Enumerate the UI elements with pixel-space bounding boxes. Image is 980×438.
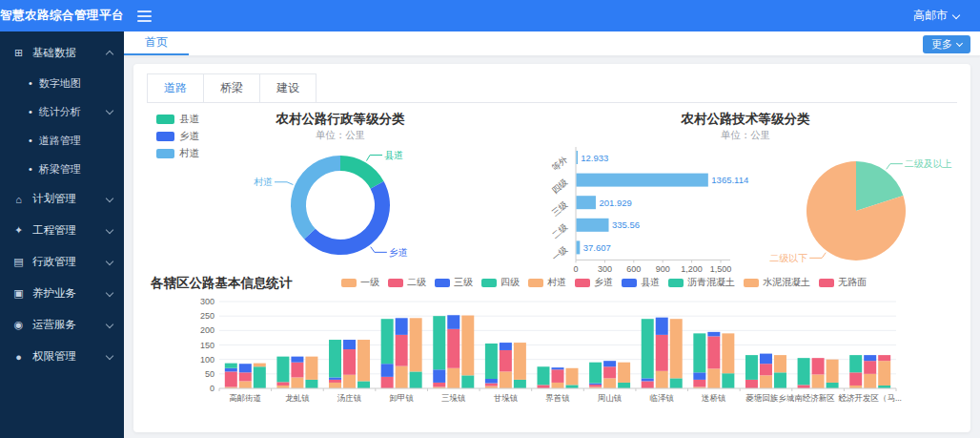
bar-segment-县道[interactable]	[760, 354, 772, 365]
bar-segment-乡道[interactable]	[760, 364, 772, 375]
bar-segment-沥青混凝土[interactable]	[670, 378, 683, 388]
bar-segment-村道[interactable]	[656, 371, 668, 388]
bar-segment-村道[interactable]	[500, 371, 512, 388]
bar-segment-四级[interactable]	[329, 340, 341, 377]
bar-segment-水泥混凝土[interactable]	[618, 363, 630, 383]
bar-segment-三级[interactable]	[589, 384, 602, 386]
bar-segment-二级[interactable]	[693, 380, 705, 387]
legend-item-县道[interactable]: 县道	[622, 276, 660, 289]
bar-segment-乡道[interactable]	[812, 358, 825, 374]
sidebar-subitem-桥梁管理[interactable]: •桥梁管理	[0, 155, 124, 183]
bar-segment-县道[interactable]	[500, 343, 512, 350]
bar-segment-三级[interactable]	[433, 369, 445, 383]
bar-segment-二级[interactable]	[485, 384, 498, 386]
bar-segment-村道[interactable]	[291, 377, 303, 388]
sidebar-item-权限管理[interactable]: ●权限管理	[0, 341, 124, 372]
bar-segment-乡道[interactable]	[864, 361, 876, 374]
legend-item-乡道[interactable]: 乡道	[575, 276, 613, 289]
bar-segment-水泥混凝土[interactable]	[514, 343, 526, 380]
tab-建设[interactable]: 建设	[259, 73, 316, 102]
legend-item-沥青混凝土[interactable]: 沥青混凝土	[668, 276, 735, 289]
legend-item-水泥混凝土[interactable]: 水泥混凝土	[744, 276, 810, 289]
legend-item-乡道[interactable]: 乡道	[156, 130, 199, 143]
bar-segment-县道[interactable]	[656, 318, 668, 335]
sidebar-subitem-统计分析[interactable]: •统计分析	[0, 97, 124, 126]
bar-segment-沥青混凝土[interactable]	[566, 385, 579, 388]
bar-segment-沥青混凝土[interactable]	[357, 381, 370, 388]
pie-slice-乡道[interactable]	[304, 181, 390, 255]
tab-桥梁[interactable]: 桥梁	[203, 73, 260, 102]
bar-segment-村道[interactable]	[603, 378, 616, 388]
bar-segment-县道[interactable]	[864, 355, 876, 361]
bar-segment-四级[interactable]	[381, 319, 394, 364]
sidebar-item-养护业务[interactable]: ▣养护业务	[0, 278, 124, 309]
bar-segment-水泥混凝土[interactable]	[461, 316, 474, 376]
bar-segment-三级[interactable]	[485, 379, 498, 384]
legend-item-四级[interactable]: 四级	[481, 276, 520, 289]
bar-segment-水泥混凝土[interactable]	[878, 361, 890, 386]
bar-segment-沥青混凝土[interactable]	[305, 380, 317, 388]
bar-segment-水泥混凝土[interactable]	[410, 318, 422, 371]
bar-segment-一级[interactable]	[329, 383, 341, 388]
bar-segment-二级[interactable]	[538, 385, 550, 388]
legend-item-三级[interactable]: 三级	[435, 276, 473, 289]
bar-segment-三级[interactable]	[225, 368, 237, 372]
bar-segment-三级[interactable]	[642, 378, 654, 381]
bar-segment-县道[interactable]	[343, 340, 356, 349]
legend-item-村道[interactable]: 村道	[156, 147, 199, 160]
bar-segment-沥青混凝土[interactable]	[827, 383, 839, 388]
bar-一级[interactable]	[577, 240, 581, 254]
menu-toggle-icon[interactable]	[137, 10, 152, 22]
bar-segment-水泥混凝土[interactable]	[670, 319, 683, 378]
bar-segment-四级[interactable]	[276, 357, 289, 383]
bar-segment-水泥混凝土[interactable]	[305, 357, 317, 380]
bar-segment-县道[interactable]	[291, 357, 303, 363]
bar-segment-水泥混凝土[interactable]	[722, 333, 734, 373]
bar-segment-水泥混凝土[interactable]	[357, 340, 370, 381]
bar-segment-村道[interactable]	[812, 374, 825, 388]
bar-segment-乡道[interactable]	[603, 366, 616, 378]
sidebar-item-行政管理[interactable]: ▤行政管理	[0, 246, 124, 278]
bar-segment-沥青混凝土[interactable]	[618, 383, 630, 388]
bar-二级[interactable]	[577, 219, 609, 232]
bar-segment-水泥混凝土[interactable]	[774, 355, 786, 372]
bar-三级[interactable]	[577, 196, 596, 209]
sidebar-subitem-道路管理[interactable]: •道路管理	[0, 126, 124, 155]
bar-segment-二级[interactable]	[433, 383, 445, 387]
bar-segment-四级[interactable]	[538, 366, 550, 385]
bar-segment-县道[interactable]	[239, 364, 252, 372]
bar-segment-二级[interactable]	[745, 380, 758, 388]
bar-segment-县道[interactable]	[603, 361, 616, 366]
bar-segment-四级[interactable]	[485, 344, 498, 379]
bar-segment-四级[interactable]	[589, 363, 602, 384]
bar-segment-沥青混凝土[interactable]	[774, 372, 786, 388]
bar-segment-乡道[interactable]	[239, 372, 252, 381]
bar-segment-乡道[interactable]	[656, 335, 668, 371]
bar-segment-二级[interactable]	[642, 381, 654, 388]
region-selector[interactable]: 高邮市	[913, 8, 959, 24]
bar-segment-村道[interactable]	[864, 374, 876, 388]
bar-segment-乡道[interactable]	[396, 335, 408, 366]
bar-segment-三级[interactable]	[381, 364, 394, 377]
more-button[interactable]: 更多	[923, 35, 970, 53]
bar-segment-二级[interactable]	[276, 382, 289, 386]
bar-segment-二级[interactable]	[381, 377, 394, 388]
bar-segment-沥青混凝土[interactable]	[722, 373, 734, 388]
bar-segment-村道[interactable]	[760, 375, 772, 388]
bar-segment-县道[interactable]	[396, 318, 408, 335]
bar-segment-沥青混凝土[interactable]	[410, 371, 422, 388]
sidebar-subitem-数字地图[interactable]: •数字地图	[0, 69, 124, 97]
sidebar-item-计划管理[interactable]: ⌂计划管理	[0, 183, 124, 215]
legend-item-一级[interactable]: 一级	[341, 276, 379, 289]
bar-segment-四级[interactable]	[433, 316, 445, 369]
bar-segment-二级[interactable]	[849, 372, 862, 386]
bar-segment-二级[interactable]	[798, 385, 810, 388]
sidebar-item-运营服务[interactable]: ◉运营服务	[0, 309, 124, 341]
legend-item-无路面[interactable]: 无路面	[819, 276, 867, 289]
bar-segment-二级[interactable]	[329, 380, 341, 383]
bar-segment-沥青混凝土[interactable]	[514, 380, 526, 388]
bar-segment-四级[interactable]	[642, 319, 654, 378]
sidebar-item-工程管理[interactable]: ✦工程管理	[0, 215, 124, 246]
bar-segment-县道[interactable]	[552, 367, 564, 369]
bar-segment-乡道[interactable]	[343, 349, 356, 375]
